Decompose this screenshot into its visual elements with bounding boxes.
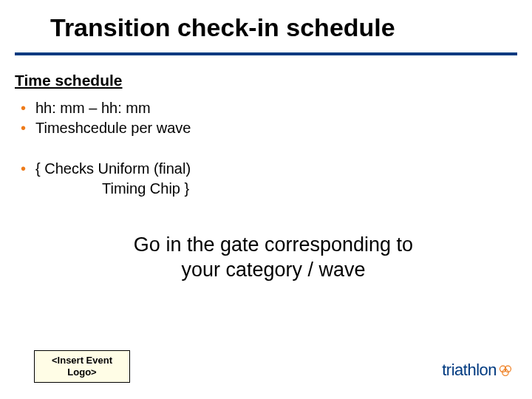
event-logo-placeholder: <Insert Event Logo> xyxy=(34,350,130,383)
bullet-checks-uniform: { Checks Uniform (final) xyxy=(21,159,532,179)
triathlon-wordmark: triathlon xyxy=(442,361,497,380)
bullet-list-checks: { Checks Uniform (final) xyxy=(15,159,532,179)
content-area: Time schedule hh: mm – hh: mm Timeshcedu… xyxy=(0,55,532,283)
slide-title: Transition check-in schedule xyxy=(0,0,532,42)
bullet-timing-chip: Timing Chip } xyxy=(15,179,532,199)
triathlon-brand: triathlon xyxy=(442,361,513,380)
bullet-time-range: hh: mm – hh: mm xyxy=(21,98,532,118)
time-schedule-heading: Time schedule xyxy=(15,72,532,89)
triathlon-rings-icon xyxy=(498,363,513,378)
bullet-list: hh: mm – hh: mm Timeshcedule per wave xyxy=(15,98,532,138)
gate-instruction-line2: your category / wave xyxy=(181,259,365,281)
bullet-timeschedule-per-wave: Timeshcedule per wave xyxy=(21,118,532,138)
gate-instruction: Go in the gate corresponding to your cat… xyxy=(15,233,532,283)
gate-instruction-line1: Go in the gate corresponding to xyxy=(134,233,413,256)
